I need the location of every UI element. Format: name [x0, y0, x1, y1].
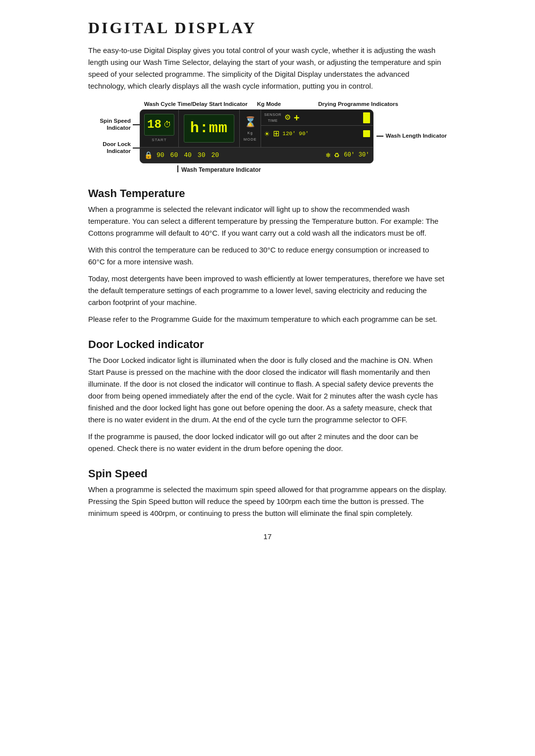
- wash-temperature-p1: When a programme is selected the relevan…: [88, 203, 447, 239]
- temp-40: 40: [184, 151, 192, 160]
- wash-length-label-item: Wash Length Indicator: [376, 133, 447, 140]
- left-labels: Spin SpeedIndicator Door LockIndicator: [88, 109, 140, 163]
- door-lock-line: [133, 148, 140, 149]
- right-bottom: ☀ ⊞ 120' 90': [261, 126, 373, 142]
- wash-temperature-p2: With this control the temperature can be…: [88, 244, 447, 268]
- grid-icon: ⊞: [273, 128, 279, 140]
- bar-tall: [363, 112, 370, 123]
- time-60: 60': [344, 151, 355, 159]
- wash-length-line: [376, 136, 383, 137]
- bar-short: [363, 130, 370, 137]
- temp-90: 90: [157, 151, 164, 160]
- spin-speed-line: [133, 124, 140, 125]
- leaf-icon: ♻: [334, 151, 340, 160]
- kg-mode-label-top: Kg Mode: [252, 101, 286, 108]
- sun-icon: ☀: [264, 129, 270, 139]
- door-lock-label: Door LockIndicator: [103, 141, 131, 155]
- spin-speed-label-item: Spin SpeedIndicator: [88, 118, 140, 132]
- washer-panel: 18 ⏱ START h:mm ⌛ Kg MODE: [140, 109, 374, 163]
- door-lock-label-item: Door LockIndicator: [88, 141, 140, 155]
- time-30: 30': [359, 151, 370, 159]
- wash-temperature-title: Wash Temperature: [88, 185, 447, 202]
- intro-text: The easy-to-use Digital Display gives yo…: [88, 45, 447, 92]
- wash-length-bars: [363, 112, 370, 123]
- bottom-label-row: Wash Temperature Indicator: [88, 165, 447, 174]
- door-locked-p1: The Door Locked indicator light is illum…: [88, 354, 447, 426]
- time-section: h:mm: [179, 110, 240, 147]
- wash-length-bars-bottom: [363, 130, 370, 137]
- sensor-label: SENSOR: [264, 112, 281, 117]
- hourglass-icon: ⌛: [244, 114, 257, 129]
- diagram-inner: Spin SpeedIndicator Door LockIndicator 1…: [88, 109, 447, 163]
- temp-20: 20: [211, 151, 219, 160]
- digit-section: 18 ⏱ START: [140, 110, 179, 147]
- gear-icon: ⚙: [284, 112, 291, 123]
- bottom-icons: ❄ ♻: [325, 151, 340, 160]
- digit-number: 18: [147, 116, 161, 134]
- right-section: SENSOR TIME ⚙ + ☀ ⊞ 120' 90': [261, 110, 373, 147]
- time-display: h:mm: [184, 114, 234, 143]
- panel-main-row: 18 ⏱ START h:mm ⌛ Kg MODE: [140, 110, 373, 147]
- spin-speed-p1: When a programme is selected the maximum…: [88, 484, 447, 519]
- lock-icon: 🔒: [144, 150, 153, 160]
- display-diagram: Wash Cycle Time/Delay Start Indicator Kg…: [88, 101, 447, 174]
- wash-temp-indicator-label: Wash Temperature Indicator: [181, 165, 261, 174]
- snowflake-icon: ❄: [325, 151, 331, 160]
- temp-30: 30: [198, 151, 206, 160]
- start-label: START: [152, 137, 166, 143]
- right-top: SENSOR TIME ⚙ +: [261, 110, 373, 126]
- wash-length-label: Wash Length Indicator: [385, 133, 447, 140]
- door-locked-title: Door Locked indicator: [88, 336, 447, 353]
- spin-speed-title: Spin Speed: [88, 465, 447, 482]
- hourglass-section: ⌛ Kg MODE: [240, 110, 262, 147]
- kg-mode-label2: MODE: [244, 137, 257, 142]
- kg-mode-label: Kg: [247, 130, 253, 136]
- more-time-nums: 60' 30': [344, 151, 369, 159]
- bottom-arrow-line: [177, 165, 178, 172]
- time-nums-top: 120' 90': [282, 130, 309, 138]
- drying-label: Drying Programme Indicators: [286, 101, 398, 108]
- panel-bottom-row: 🔒 90 60 40 30 20 ❄ ♻ 60' 30': [140, 147, 373, 163]
- plus-icon: +: [294, 113, 300, 123]
- wash-cycle-label: Wash Cycle Time/Delay Start Indicator: [140, 101, 252, 108]
- time-label: TIME: [268, 118, 278, 123]
- page-number: 17: [88, 531, 447, 543]
- wash-temperature-p3: Today, most detergents have been improve…: [88, 273, 447, 308]
- digit-box: 18 ⏱: [144, 114, 174, 136]
- temp-numbers: 90 60 40 30 20: [157, 151, 321, 160]
- wash-temperature-p4: Please refer to the Programme Guide for …: [88, 313, 447, 325]
- page-title: Digital Display: [88, 16, 447, 40]
- temp-60: 60: [170, 151, 178, 160]
- timer-icon: ⏱: [163, 119, 171, 131]
- spin-speed-label: Spin SpeedIndicator: [100, 118, 131, 132]
- right-labels: Wash Length Indicator: [374, 133, 447, 140]
- door-locked-p2: If the programme is paused, the door loc…: [88, 431, 447, 454]
